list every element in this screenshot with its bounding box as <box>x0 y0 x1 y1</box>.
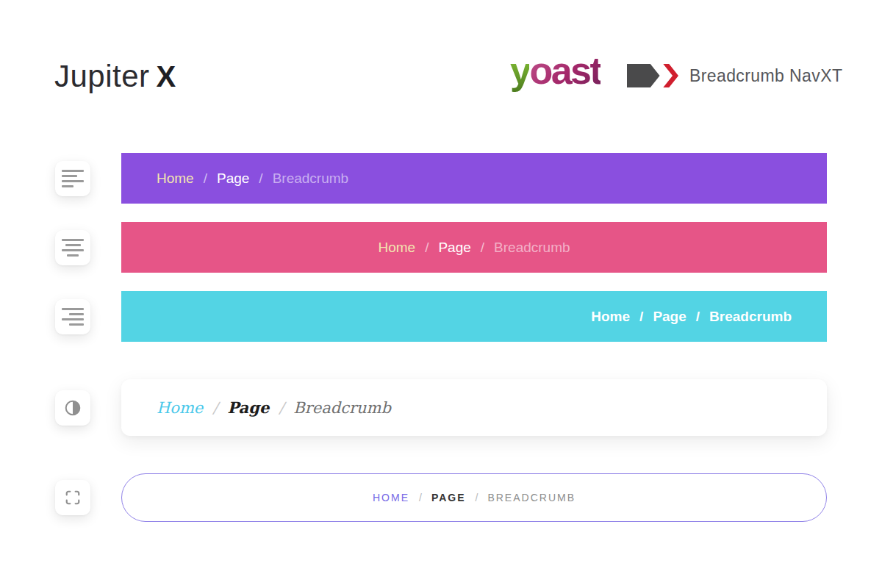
breadcrumb-preview-serif-card: Home / Page / Breadcrumb <box>121 379 827 436</box>
breadcrumb-link-page[interactable]: Page <box>227 398 269 417</box>
fullscreen-button[interactable] <box>55 480 90 515</box>
breadcrumb-link-home[interactable]: Home <box>157 399 203 417</box>
breadcrumb-separator: / <box>259 171 262 187</box>
navxt-arrow-icon <box>627 62 678 90</box>
breadcrumb-separator: / <box>481 240 484 256</box>
breadcrumb-link-home[interactable]: HOME <box>373 492 409 503</box>
breadcrumb-current: Breadcrumb <box>494 240 570 256</box>
jupiterx-logo-x: X <box>157 60 176 93</box>
breadcrumb-current: BREADCRUMB <box>487 492 576 503</box>
breadcrumb-current: Breadcrumb <box>273 171 349 187</box>
breadcrumb-preview-outline-pill: HOME / PAGE / BREADCRUMB <box>121 473 827 522</box>
navxt-logo-label: Breadcrumb NavXT <box>689 66 842 86</box>
align-left-icon <box>62 170 84 187</box>
breadcrumb-link-page[interactable]: Page <box>653 309 686 325</box>
yoast-logo-y: y <box>510 49 529 92</box>
align-right-button[interactable] <box>55 299 90 334</box>
align-center-icon <box>62 239 84 257</box>
align-left-button[interactable] <box>55 161 90 196</box>
breadcrumb-separator: / <box>696 309 700 325</box>
breadcrumb-separator: / <box>204 171 207 187</box>
breadcrumb-navxt-logo[interactable]: Breadcrumb NavXT <box>627 62 842 90</box>
breadcrumb-separator: / <box>476 492 478 503</box>
breadcrumb-separator: / <box>425 240 429 256</box>
yoast-logo[interactable]: yoast <box>510 49 600 93</box>
jupiterx-logo[interactable]: Jupiter X <box>54 59 176 94</box>
jupiterx-logo-word: Jupiter <box>54 59 150 94</box>
breadcrumb-separator: / <box>639 309 643 325</box>
yoast-logo-oast: oast <box>529 49 600 92</box>
breadcrumb-preview-purple: Home / Page / Breadcrumb <box>121 153 827 204</box>
breadcrumb-preview-cyan: Home / Page / Breadcrumb <box>121 291 827 342</box>
page: Jupiter X yoast Breadcrumb NavXT <box>0 0 882 588</box>
breadcrumb-link-page[interactable]: Page <box>217 171 249 187</box>
breadcrumb-current: Breadcrumb <box>293 399 391 417</box>
breadcrumb-separator: / <box>279 399 284 417</box>
breadcrumb-separator: / <box>419 492 422 503</box>
align-center-button[interactable] <box>55 230 90 265</box>
align-right-icon <box>62 308 84 326</box>
breadcrumb-link-home[interactable]: Home <box>157 171 194 187</box>
breadcrumb-link-home[interactable]: Home <box>591 309 630 325</box>
contrast-icon <box>64 399 82 417</box>
contrast-button[interactable] <box>55 390 90 426</box>
breadcrumb-separator: / <box>212 399 218 417</box>
breadcrumb-link-home[interactable]: Home <box>378 240 415 256</box>
breadcrumb-link-page[interactable]: PAGE <box>431 492 466 503</box>
breadcrumb-current: Breadcrumb <box>709 309 792 325</box>
fullscreen-icon <box>65 490 81 506</box>
breadcrumb-link-page[interactable]: Page <box>438 240 470 256</box>
breadcrumb-preview-pink: Home / Page / Breadcrumb <box>121 222 827 273</box>
